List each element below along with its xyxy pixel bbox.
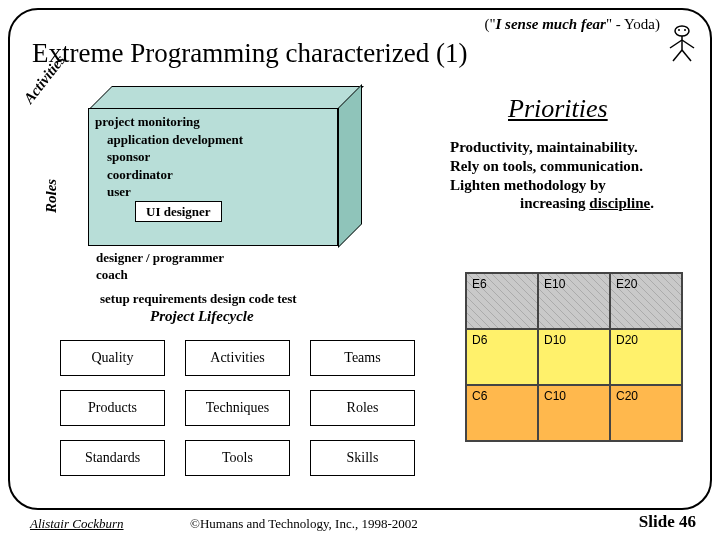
svg-point-0 <box>675 26 689 36</box>
box-line-2: application development <box>107 131 331 149</box>
roles-axis-label: Roles <box>43 179 60 213</box>
svg-line-7 <box>682 50 691 61</box>
svg-line-5 <box>682 40 694 48</box>
box-line-1: project monitoring <box>95 113 331 131</box>
below-line-1: designer / programmer <box>96 250 224 267</box>
quote-prefix: (" <box>484 16 495 32</box>
svg-line-4 <box>670 40 682 48</box>
cell-c6: C6 <box>466 385 538 441</box>
nine-box-grid: Quality Activities Teams Products Techni… <box>60 340 415 476</box>
cell-tools: Tools <box>185 440 290 476</box>
box-line-3: sponsor <box>107 148 331 166</box>
slide-frame: ("I sense much fear" - Yoda) Extreme Pro… <box>8 8 712 510</box>
footer-copyright: ©Humans and Technology, Inc., 1998-2002 <box>190 516 418 532</box>
svg-point-2 <box>684 29 686 31</box>
below-box-text: designer / programmer coach <box>96 250 224 284</box>
footer-slide-number: Slide 46 <box>639 512 696 532</box>
priorities-line-3a: Lighten methodology by <box>450 176 705 195</box>
cell-skills: Skills <box>310 440 415 476</box>
priorities-line-3b-suffix: . <box>650 195 654 211</box>
priorities-line-1: Productivity, maintainability. <box>450 138 705 157</box>
quote-text: I sense much fear <box>496 16 606 32</box>
cell-d10: D10 <box>538 329 610 385</box>
cell-activities: Activities <box>185 340 290 376</box>
cell-products: Products <box>60 390 165 426</box>
box-line-5: user <box>107 183 331 201</box>
cell-e20: E20 <box>610 273 682 329</box>
svg-point-1 <box>678 29 680 31</box>
priorities-heading: Priorities <box>508 94 608 124</box>
priorities-line-3b-prefix: increasing <box>520 195 589 211</box>
box-top-face <box>88 86 364 110</box>
quote-line: ("I sense much fear" - Yoda) <box>484 16 660 33</box>
cell-standards: Standards <box>60 440 165 476</box>
stick-figure-icon <box>668 24 696 62</box>
cell-quality: Quality <box>60 340 165 376</box>
priority-crystal-grid: E6 E10 E20 D6 D10 D20 C6 C10 C20 <box>465 272 683 442</box>
box-line-4: coordinator <box>107 166 331 184</box>
cell-techniques: Techniques <box>185 390 290 426</box>
cell-roles: Roles <box>310 390 415 426</box>
cell-teams: Teams <box>310 340 415 376</box>
activities-roles-box: project monitoring application developme… <box>88 108 338 246</box>
below-line-2: coach <box>96 267 224 284</box>
box-front-face: project monitoring application developme… <box>88 108 338 246</box>
cell-d6: D6 <box>466 329 538 385</box>
footer-author: Alistair Cockburn <box>30 516 124 532</box>
lifecycle-title: Project Lifecycle <box>150 308 254 325</box>
svg-line-6 <box>673 50 682 61</box>
cell-d20: D20 <box>610 329 682 385</box>
cell-e6: E6 <box>466 273 538 329</box>
slide-title: Extreme Programming characterized (1) <box>32 38 468 69</box>
priorities-body: Productivity, maintainability. Rely on t… <box>450 138 705 213</box>
ui-designer-box: UI designer <box>135 201 222 223</box>
cell-e10: E10 <box>538 273 610 329</box>
box-side-face <box>338 84 362 248</box>
cell-c20: C20 <box>610 385 682 441</box>
quote-suffix: " - Yoda) <box>606 16 660 32</box>
lifecycle-items: setup requirements design code test <box>100 291 297 307</box>
cell-c10: C10 <box>538 385 610 441</box>
priorities-line-2: Rely on tools, communication. <box>450 157 705 176</box>
priorities-line-3b: increasing discipline. <box>450 194 705 213</box>
priorities-discipline-word: discipline <box>589 195 650 211</box>
